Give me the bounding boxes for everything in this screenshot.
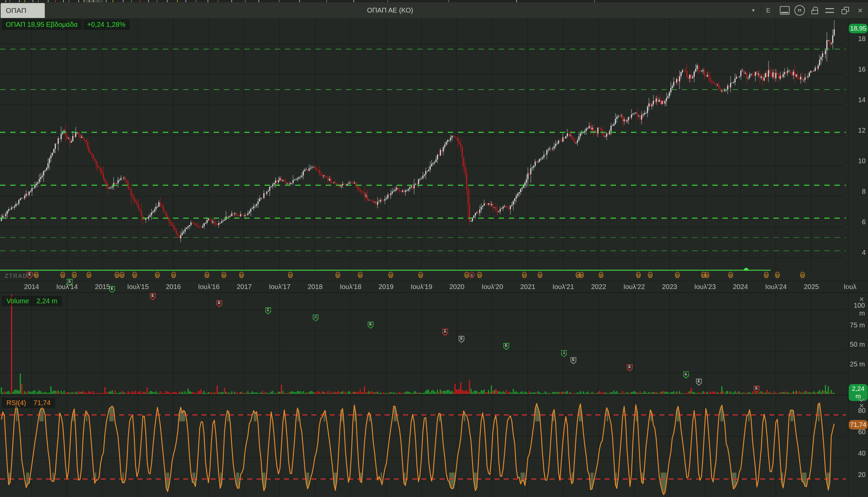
strip-tick xyxy=(78,0,79,2)
strip-tick xyxy=(207,0,208,2)
time-axis-label: 2014 xyxy=(24,283,39,291)
strip-tick xyxy=(326,0,327,2)
lock-icon[interactable] xyxy=(809,2,821,18)
events-toggle-button[interactable]: E xyxy=(763,2,774,18)
strip-tick xyxy=(387,0,388,2)
close-window-icon[interactable]: × xyxy=(854,2,866,18)
chart-legend: ΟΠΑΠ 18,95 Εβδομάδα +0,24 1,28% xyxy=(2,19,130,30)
time-axis-label: 2025 xyxy=(804,283,819,291)
strip-tick xyxy=(123,0,124,2)
price-axis-label: 14 xyxy=(848,96,866,104)
price-tick xyxy=(845,136,849,136)
top-tick-strip xyxy=(0,0,868,2)
strip-tick xyxy=(10,0,10,2)
dividend-marker[interactable]: D xyxy=(239,272,244,278)
rsi-chart-svg[interactable] xyxy=(0,395,846,497)
dividend-marker[interactable]: D xyxy=(522,272,527,278)
strip-tick xyxy=(48,0,48,2)
dividend-marker[interactable]: D xyxy=(288,272,293,278)
price-axis-label: 4 xyxy=(848,248,866,256)
dividend-marker[interactable]: D xyxy=(72,272,77,278)
chart-window: ΟΠΑΠ ΟΠΑΠ ΑΕ (ΚΟ) ▼ E ” × ΟΠΑΠ 18,95 Εβδ… xyxy=(0,0,868,497)
price-tick xyxy=(845,227,849,227)
symbol-tab[interactable]: ΟΠΑΠ xyxy=(1,3,45,18)
event-marker-row: ZTRADE™ EDDEDDEDDDEDDDEDDEDEDDEDDEEDSDED… xyxy=(0,271,846,281)
dividend-marker[interactable]: D xyxy=(87,272,91,278)
dividend-marker[interactable]: D xyxy=(418,272,423,278)
time-axis-label: Ιουλ'22 xyxy=(623,283,645,291)
strip-tick xyxy=(25,0,25,2)
dividend-marker[interactable]: D xyxy=(388,272,393,278)
dividend-marker[interactable]: D xyxy=(464,272,469,278)
strip-tick xyxy=(89,0,89,2)
strip-tick xyxy=(131,0,132,2)
dividend-marker[interactable]: D xyxy=(358,272,363,278)
strip-tick xyxy=(218,0,218,2)
price-axis-label: 16 xyxy=(848,66,866,73)
ztrade-watermark: ZTRADE™ xyxy=(5,273,39,280)
dividend-marker[interactable]: D xyxy=(775,272,780,278)
time-axis-label: Ιουλ'18 xyxy=(340,283,362,291)
dividend-marker[interactable]: D xyxy=(221,272,226,278)
dividend-marker[interactable]: D xyxy=(800,272,805,278)
dividend-marker[interactable]: D xyxy=(335,272,340,278)
time-axis-label: Ιουλ'17 xyxy=(269,283,291,291)
volume-chart-svg[interactable] xyxy=(0,293,846,395)
strip-tick xyxy=(69,0,69,2)
dividend-marker[interactable]: D xyxy=(477,272,482,278)
volume-value-badge: 2,24 m xyxy=(849,384,868,401)
strip-tick xyxy=(38,0,39,2)
split-marker[interactable]: S xyxy=(469,272,475,278)
dividend-marker[interactable]: D xyxy=(764,272,769,278)
time-axis-label: 2017 xyxy=(237,283,252,291)
panel-layout-icon[interactable] xyxy=(778,2,791,18)
earnings-marker[interactable]: E xyxy=(27,272,32,279)
time-axis-label: 2020 xyxy=(449,283,465,291)
price-axis-label: 10 xyxy=(848,157,866,165)
strip-tick xyxy=(259,0,259,2)
strip-tick xyxy=(113,0,113,2)
quotes-icon[interactable]: ” xyxy=(793,2,806,18)
strip-tick xyxy=(55,0,56,2)
dividend-marker[interactable]: D xyxy=(132,272,137,278)
time-axis-label: 2024 xyxy=(733,283,748,291)
dividend-marker[interactable]: D xyxy=(599,272,604,278)
time-axis-label: 2018 xyxy=(308,283,323,291)
time-axis[interactable]: 2014Ιουλ'142015Ιουλ'152016Ιουλ'162017Ιου… xyxy=(0,281,868,293)
dropdown-caret-icon[interactable]: ▼ xyxy=(746,2,761,18)
dividend-marker[interactable]: D xyxy=(728,272,733,278)
strip-tick xyxy=(140,0,141,2)
last-price-badge: 18,95 xyxy=(849,24,868,33)
dividend-marker[interactable]: D xyxy=(648,272,653,278)
dividend-marker[interactable]: D xyxy=(579,272,584,278)
legend-change: +0,24 1,28% xyxy=(83,19,130,30)
collapse-pane-chevron-icon[interactable] xyxy=(859,396,864,401)
rsi-value-badge: 71,74 xyxy=(849,420,868,429)
price-chart-svg[interactable] xyxy=(0,18,846,271)
dividend-marker[interactable]: D xyxy=(171,272,176,278)
time-axis-label: Ιουλ'23 xyxy=(694,283,716,291)
price-tick xyxy=(845,44,849,44)
dividend-marker[interactable]: D xyxy=(34,272,39,278)
dividend-marker[interactable]: D xyxy=(204,272,209,278)
strip-tick xyxy=(106,0,106,2)
duplicate-window-icon[interactable] xyxy=(839,2,852,18)
dividend-marker[interactable]: D xyxy=(538,272,542,278)
time-axis-label: Ιουλ'20 xyxy=(482,283,503,291)
strip-tick xyxy=(177,0,178,2)
dividend-marker[interactable]: D xyxy=(155,272,160,278)
dividend-marker[interactable]: D xyxy=(120,272,125,278)
strip-tick xyxy=(231,0,232,2)
strip-highlight xyxy=(84,0,103,2)
volume-pane-close-icon[interactable]: × xyxy=(857,296,866,303)
dividend-marker[interactable]: D xyxy=(60,272,65,278)
dividend-marker[interactable]: D xyxy=(636,272,641,278)
rsi-pane-close-icon[interactable]: × xyxy=(857,402,866,409)
volume-axis-label: 50 m xyxy=(847,341,865,349)
menu-icon[interactable] xyxy=(823,2,837,18)
strip-tick xyxy=(448,0,449,2)
price-tick xyxy=(845,196,849,197)
dividend-marker[interactable]: D xyxy=(115,272,119,278)
dividend-marker[interactable]: D xyxy=(705,272,709,278)
dividend-marker[interactable]: D xyxy=(675,272,680,278)
